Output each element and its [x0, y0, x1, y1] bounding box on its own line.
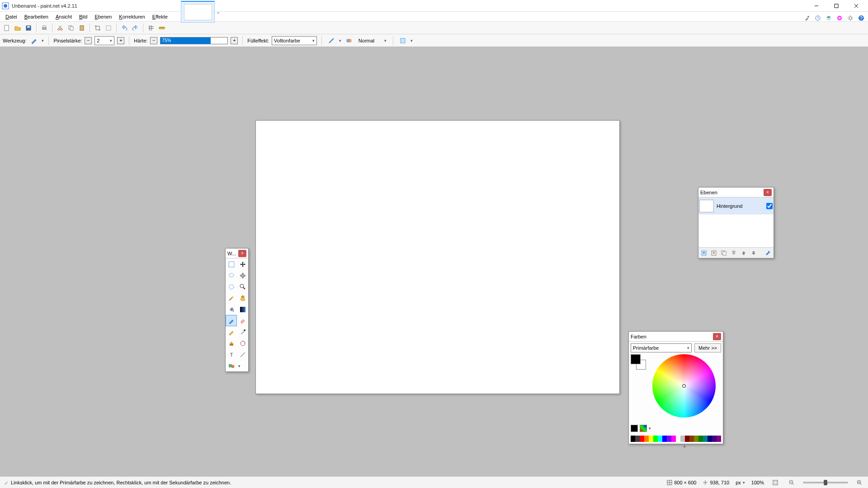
tool-shapes[interactable]	[226, 360, 237, 371]
tool-line[interactable]	[237, 349, 248, 360]
palette-color[interactable]	[658, 436, 662, 442]
palette-color[interactable]	[708, 436, 712, 442]
selection-clip-toggle[interactable]	[398, 36, 408, 46]
palette-color[interactable]	[662, 436, 667, 442]
brushwidth-increase[interactable]: +	[117, 37, 124, 44]
document-tab-active[interactable]	[181, 1, 215, 23]
menu-edit[interactable]: Bearbeiten	[21, 12, 52, 21]
open-file-button[interactable]	[13, 23, 23, 33]
tool-lasso-select[interactable]	[226, 270, 237, 281]
tools-panel-close-button[interactable]: ×	[238, 250, 246, 257]
layers-panel-close-button[interactable]: ×	[764, 189, 772, 196]
history-window-toggle[interactable]	[813, 13, 823, 23]
palette-color[interactable]	[703, 436, 708, 442]
tool-ellipse-select[interactable]	[226, 281, 237, 292]
tool-magic-wand[interactable]	[226, 292, 237, 304]
palette-color[interactable]	[689, 436, 694, 442]
close-button[interactable]	[846, 0, 866, 12]
status-unit-combo[interactable]: px ▾	[736, 480, 745, 485]
layers-window-toggle[interactable]	[824, 13, 834, 23]
selclip-dropdown-arrow[interactable]: ▾	[410, 38, 413, 43]
add-layer-button[interactable]: +	[699, 249, 708, 257]
palette-color[interactable]	[631, 436, 635, 442]
palette-color[interactable]	[635, 436, 640, 442]
menu-view[interactable]: Ansicht	[52, 12, 75, 21]
minimize-button[interactable]	[807, 0, 826, 12]
crop-button[interactable]	[93, 23, 103, 33]
tool-rectangle-select[interactable]	[226, 258, 237, 270]
palette-color[interactable]	[653, 436, 658, 442]
color-mode-combo[interactable]: Primärfarbe	[631, 343, 692, 352]
primary-color-swatch[interactable]	[631, 354, 641, 364]
undo-button[interactable]	[119, 23, 129, 33]
tool-paint-bucket[interactable]	[226, 304, 237, 315]
ruler-button[interactable]	[157, 23, 167, 33]
palette-color[interactable]	[694, 436, 698, 442]
swatch-black-icon[interactable]	[631, 425, 638, 432]
paste-button[interactable]	[77, 23, 87, 33]
menu-file[interactable]: Datei	[2, 12, 21, 21]
tool-move-selected[interactable]	[237, 258, 248, 270]
document-tabs-dropdown[interactable]: ⌄	[215, 1, 221, 23]
tool-recolor[interactable]	[237, 338, 248, 349]
tool-move-selection[interactable]	[237, 270, 248, 281]
colors-panel-header[interactable]: Farben ×	[629, 332, 723, 342]
menu-image[interactable]: Bild	[75, 12, 91, 21]
tool-pencil[interactable]	[226, 326, 237, 338]
palette-dropdown-arrow[interactable]: ▾	[649, 426, 651, 431]
palette-color[interactable]	[717, 436, 721, 442]
fgbg-swatches[interactable]	[631, 354, 649, 372]
swatch-multi-icon[interactable]	[640, 425, 647, 432]
layer-visible-checkbox[interactable]	[766, 203, 773, 209]
canvas[interactable]	[255, 120, 620, 394]
tool-color-picker[interactable]	[237, 326, 248, 338]
palette-color[interactable]	[644, 436, 649, 442]
layer-down-button[interactable]	[749, 249, 758, 257]
zoom-in-button[interactable]	[854, 478, 864, 488]
hardness-increase[interactable]: +	[231, 37, 238, 44]
palette-color[interactable]	[676, 436, 680, 442]
palette-color[interactable]	[671, 436, 676, 442]
tool-shapes-dropdown[interactable]: ▾	[237, 360, 248, 371]
menu-layers[interactable]: Ebenen	[91, 12, 115, 21]
tool-eraser[interactable]	[237, 315, 248, 326]
tool-clone-stamp[interactable]	[226, 338, 237, 349]
grid-button[interactable]	[146, 23, 156, 33]
layers-panel-header[interactable]: Ebenen ×	[698, 188, 774, 197]
palette-color[interactable]	[685, 436, 689, 442]
tools-window-toggle[interactable]	[802, 13, 812, 23]
tool-text[interactable]: T	[226, 349, 237, 360]
brushwidth-combo[interactable]: 2	[94, 36, 114, 45]
tools-panel-header[interactable]: W... ×	[226, 249, 248, 258]
hardness-decrease[interactable]: −	[150, 37, 157, 44]
redo-button[interactable]	[130, 23, 140, 33]
colors-more-button[interactable]: Mehr >>	[694, 343, 721, 352]
palette-color[interactable]	[698, 436, 703, 442]
palette-color[interactable]	[667, 436, 671, 442]
brushwidth-decrease[interactable]: −	[85, 37, 92, 44]
cut-button[interactable]	[55, 23, 65, 33]
tool-gradient[interactable]	[237, 304, 248, 315]
layer-row[interactable]: Hintergrund	[698, 197, 774, 215]
zoom-fit-button[interactable]	[770, 478, 780, 488]
colors-window-toggle[interactable]	[835, 13, 844, 23]
fill-combo[interactable]: Volltonfarbe	[272, 36, 317, 45]
layer-up-button[interactable]	[739, 249, 748, 257]
zoom-out-button[interactable]	[787, 478, 797, 488]
tool-zoom[interactable]	[237, 281, 248, 292]
palette-color[interactable]	[712, 436, 717, 442]
tool-dropdown-arrow[interactable]: ▾	[42, 38, 44, 43]
help-button[interactable]: ?	[856, 13, 866, 23]
aa-dropdown-arrow[interactable]: ▾	[339, 38, 341, 43]
new-file-button[interactable]	[2, 23, 12, 33]
menu-effects[interactable]: Effekte	[149, 12, 171, 21]
antialias-toggle[interactable]	[326, 36, 336, 46]
duplicate-layer-button[interactable]	[719, 249, 728, 257]
maximize-button[interactable]	[826, 0, 846, 12]
merge-layer-button[interactable]	[729, 249, 738, 257]
palette-color[interactable]	[640, 436, 644, 442]
delete-layer-button[interactable]: ×	[709, 249, 718, 257]
menu-adjustments[interactable]: Korrekturen	[115, 12, 148, 21]
layer-properties-button[interactable]	[764, 249, 773, 257]
deselect-button[interactable]	[104, 23, 113, 33]
